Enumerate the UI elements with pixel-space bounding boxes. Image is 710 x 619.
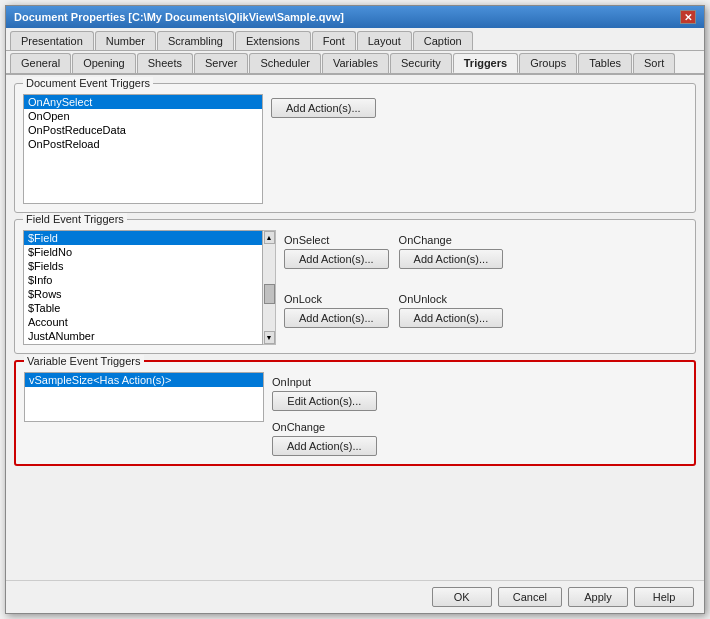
on-change-group: OnChange Add Action(s)... <box>399 234 504 287</box>
tab-scrambling[interactable]: Scrambling <box>157 31 234 50</box>
list-item[interactable]: Account <box>24 315 262 329</box>
title-bar: Document Properties [C:\My Documents\Qli… <box>6 6 704 28</box>
scroll-down-arrow[interactable]: ▼ <box>264 331 275 344</box>
variable-event-list[interactable]: vSampleSize<Has Action(s)> <box>24 372 264 422</box>
tab-scheduler[interactable]: Scheduler <box>249 53 321 73</box>
list-item[interactable]: OnPostReload <box>24 137 262 151</box>
tab-security[interactable]: Security <box>390 53 452 73</box>
field-on-unlock-button[interactable]: Add Action(s)... <box>399 308 504 328</box>
on-unlock-group: OnUnlock Add Action(s)... <box>399 293 504 346</box>
apply-button[interactable]: Apply <box>568 587 628 607</box>
tab-triggers[interactable]: Triggers <box>453 53 518 73</box>
tab-variables[interactable]: Variables <box>322 53 389 73</box>
list-item[interactable]: $Table <box>24 301 262 315</box>
tab-general[interactable]: General <box>10 53 71 73</box>
field-event-list-wrapper: $Field $FieldNo $Fields $Info $Rows $Tab… <box>23 230 276 345</box>
doc-event-list[interactable]: OnAnySelect OnOpen OnPostReduceData OnPo… <box>23 94 263 204</box>
doc-event-content: OnAnySelect OnOpen OnPostReduceData OnPo… <box>23 94 687 204</box>
doc-event-triggers-group: Document Event Triggers OnAnySelect OnOp… <box>14 83 696 213</box>
main-window: Document Properties [C:\My Documents\Qli… <box>5 5 705 614</box>
var-on-input-group: OnInput Edit Action(s)... <box>272 376 377 411</box>
on-select-group: OnSelect Add Action(s)... <box>284 234 389 287</box>
var-on-change-label: OnChange <box>272 421 377 433</box>
field-event-triggers-group: Field Event Triggers $Field $FieldNo $Fi… <box>14 219 696 354</box>
ok-button[interactable]: OK <box>432 587 492 607</box>
on-select-label: OnSelect <box>284 234 389 246</box>
tab-font[interactable]: Font <box>312 31 356 50</box>
cancel-button[interactable]: Cancel <box>498 587 562 607</box>
on-change-label: OnChange <box>399 234 504 246</box>
field-event-triggers-label: Field Event Triggers <box>23 213 127 225</box>
variable-event-actions: OnInput Edit Action(s)... OnChange Add A… <box>272 372 377 456</box>
list-item[interactable]: $Field <box>24 231 262 245</box>
list-item[interactable]: $Rows <box>24 287 262 301</box>
variable-event-content: vSampleSize<Has Action(s)> OnInput Edit … <box>24 372 686 456</box>
list-item[interactable]: OnAnySelect <box>24 95 262 109</box>
tab-groups[interactable]: Groups <box>519 53 577 73</box>
tab-layout[interactable]: Layout <box>357 31 412 50</box>
footer: OK Cancel Apply Help <box>6 580 704 613</box>
field-list-scrollbar[interactable]: ▲ ▼ <box>263 230 276 345</box>
tab-sheets[interactable]: Sheets <box>137 53 193 73</box>
field-event-list[interactable]: $Field $FieldNo $Fields $Info $Rows $Tab… <box>23 230 263 345</box>
list-item[interactable]: OnOpen <box>24 109 262 123</box>
tab-extensions[interactable]: Extensions <box>235 31 311 50</box>
var-edit-action-button[interactable]: Edit Action(s)... <box>272 391 377 411</box>
list-item[interactable]: $FieldNo <box>24 245 262 259</box>
scroll-up-arrow[interactable]: ▲ <box>264 231 275 244</box>
list-item[interactable]: JustANumber <box>24 329 262 343</box>
variable-event-list-wrapper: vSampleSize<Has Action(s)> <box>24 372 264 456</box>
tab-server[interactable]: Server <box>194 53 248 73</box>
close-button[interactable]: ✕ <box>680 10 696 24</box>
var-on-change-button[interactable]: Add Action(s)... <box>272 436 377 456</box>
list-item[interactable]: vSampleSize<Has Action(s)> <box>25 373 263 387</box>
var-on-change-group: OnChange Add Action(s)... <box>272 421 377 456</box>
doc-add-action-button[interactable]: Add Action(s)... <box>271 98 376 118</box>
tab-tables[interactable]: Tables <box>578 53 632 73</box>
on-lock-group: OnLock Add Action(s)... <box>284 293 389 346</box>
field-on-lock-button[interactable]: Add Action(s)... <box>284 308 389 328</box>
doc-event-triggers-label: Document Event Triggers <box>23 77 153 89</box>
scroll-thumb[interactable] <box>264 284 275 304</box>
list-item[interactable]: $Fields <box>24 259 262 273</box>
help-button[interactable]: Help <box>634 587 694 607</box>
tab-opening[interactable]: Opening <box>72 53 136 73</box>
variable-event-triggers-label: Variable Event Triggers <box>24 355 144 367</box>
variable-event-triggers-group: Variable Event Triggers vSampleSize<Has … <box>14 360 696 466</box>
doc-event-actions: Add Action(s)... <box>271 94 376 204</box>
bottom-tab-bar: General Opening Sheets Server Scheduler … <box>6 51 704 75</box>
tab-presentation[interactable]: Presentation <box>10 31 94 50</box>
field-on-select-button[interactable]: Add Action(s)... <box>284 249 389 269</box>
tab-caption[interactable]: Caption <box>413 31 473 50</box>
var-on-input-label: OnInput <box>272 376 377 388</box>
doc-event-list-wrapper: OnAnySelect OnOpen OnPostReduceData OnPo… <box>23 94 263 204</box>
top-tab-bar: Presentation Number Scrambling Extension… <box>6 28 704 51</box>
list-item[interactable]: OnPostReduceData <box>24 123 262 137</box>
list-item[interactable]: $Info <box>24 273 262 287</box>
tab-sort[interactable]: Sort <box>633 53 675 73</box>
field-event-actions: OnSelect Add Action(s)... OnChange Add A… <box>284 234 503 345</box>
window-title: Document Properties [C:\My Documents\Qli… <box>14 11 344 23</box>
on-unlock-label: OnUnlock <box>399 293 504 305</box>
field-on-change-button[interactable]: Add Action(s)... <box>399 249 504 269</box>
field-event-content: $Field $FieldNo $Fields $Info $Rows $Tab… <box>23 230 687 345</box>
on-lock-label: OnLock <box>284 293 389 305</box>
tab-number[interactable]: Number <box>95 31 156 50</box>
content-area: Document Event Triggers OnAnySelect OnOp… <box>6 75 704 580</box>
